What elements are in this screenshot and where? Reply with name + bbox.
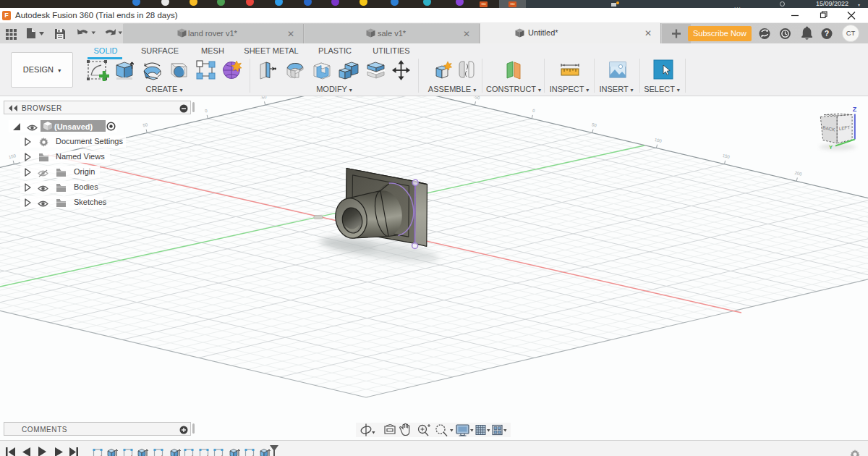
svg-text:CT: CT	[846, 29, 856, 37]
svg-text:50: 50	[142, 122, 148, 127]
svg-text:-50: -50	[473, 96, 480, 100]
svg-text:Z: Z	[853, 106, 857, 113]
svg-text:200: 200	[794, 171, 803, 177]
svg-text:0: 0	[532, 109, 535, 114]
svg-text:-50: -50	[260, 96, 267, 100]
svg-text:150: 150	[8, 153, 17, 159]
svg-text:Y: Y	[829, 144, 833, 151]
svg-text:0: 0	[205, 109, 208, 114]
svg-text:150: 150	[722, 153, 731, 159]
svg-text:?: ?	[825, 29, 829, 38]
svg-text:100: 100	[654, 138, 663, 143]
svg-text:50: 50	[591, 122, 597, 127]
